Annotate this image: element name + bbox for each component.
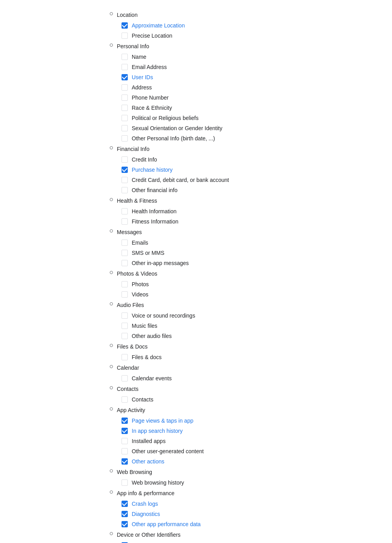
checkbox-web-browsing-history[interactable] [122,479,128,486]
checkbox-purchase-history[interactable] [122,167,128,173]
checkbox-health-information[interactable] [122,208,128,214]
sub-item-files-docs-item: Files & docs [0,352,392,362]
category-bullet-icon [110,271,113,274]
sub-item-other-in-app: Other in-app messages [0,258,392,268]
label-purchase-history: Purchase history [132,166,172,174]
sub-item-credit-info: Credit Info [0,154,392,165]
sub-item-health-information: Health Information [0,206,392,216]
category-label-web-browsing: Web Browsing [117,468,152,476]
checkbox-in-app-search[interactable] [122,428,128,434]
category-bullet-icon [110,532,113,535]
checkbox-address[interactable] [122,84,128,91]
category-bullet-icon [110,198,113,201]
sub-item-other-personal: Other Personal Info (birth date, ...) [0,133,392,143]
checkbox-calendar-events[interactable] [122,375,128,381]
checkbox-installed-apps[interactable] [122,438,128,444]
category-web-browsing: Web Browsing [0,467,392,478]
checkbox-precise-location[interactable] [122,33,128,39]
sub-item-music-files: Music files [0,321,392,331]
sub-item-web-browsing-history: Web browsing history [0,478,392,488]
label-sms-mms: SMS or MMS [132,249,164,257]
category-label-personal-info: Personal Info [117,42,149,50]
sub-item-other-audio: Other audio files [0,331,392,341]
sub-item-videos: Videos [0,289,392,300]
checkbox-other-financial[interactable] [122,187,128,193]
sub-item-photos: Photos [0,279,392,289]
category-label-health-fitness: Health & Fitness [117,197,157,205]
sub-item-address: Address [0,82,392,93]
label-calendar-events: Calendar events [132,374,172,382]
category-health-fitness: Health & Fitness [0,195,392,206]
category-bullet-icon [110,344,113,347]
category-app-info-performance: App info & performance [0,488,392,499]
label-videos: Videos [132,291,149,298]
sub-item-calendar-events: Calendar events [0,373,392,383]
sub-item-crash-logs: Crash logs [0,499,392,509]
category-bullet-icon [110,229,113,232]
label-files-docs-item: Files & docs [132,353,162,361]
checkbox-credit-info[interactable] [122,156,128,163]
category-bullet-icon [110,490,113,494]
checkbox-files-docs-item[interactable] [122,354,128,360]
checkbox-sms-mms[interactable] [122,250,128,256]
checkbox-other-audio[interactable] [122,333,128,339]
checkbox-emails[interactable] [122,240,128,246]
checkbox-crash-logs[interactable] [122,501,128,507]
sub-item-other-user-content: Other user-generated content [0,446,392,456]
category-label-files-docs: Files & Docs [117,343,148,350]
label-web-browsing-history: Web browsing history [132,479,184,487]
checkbox-credit-card[interactable] [122,177,128,183]
checkbox-approximate-location[interactable] [122,22,128,29]
checkbox-voice-recordings[interactable] [122,312,128,319]
category-bullet-icon [110,365,113,368]
sub-item-other-financial: Other financial info [0,185,392,195]
checkbox-phone-number[interactable] [122,94,128,101]
label-user-ids: User IDs [132,73,153,81]
checkbox-other-app-performance[interactable] [122,521,128,527]
checkbox-other-actions[interactable] [122,458,128,465]
sub-item-phone-number: Phone Number [0,93,392,103]
sub-item-political-religious: Political or Religious beliefs [0,113,392,123]
sub-item-contacts-item: Contacts [0,394,392,405]
sub-item-in-app-search: In app search history [0,426,392,436]
checkbox-other-personal[interactable] [122,135,128,142]
sub-item-sms-mms: SMS or MMS [0,248,392,258]
checkbox-name[interactable] [122,54,128,60]
label-emails: Emails [132,239,148,247]
data-categories-list: LocationApproximate LocationPrecise Loca… [0,6,392,543]
label-photos: Photos [132,280,149,288]
label-other-personal: Other Personal Info (birth date, ...) [132,134,215,142]
sub-item-other-app-performance: Other app performance data [0,519,392,529]
checkbox-diagnostics[interactable] [122,511,128,517]
checkbox-other-user-content[interactable] [122,448,128,454]
label-diagnostics: Diagnostics [132,510,160,518]
checkbox-race-ethnicity[interactable] [122,105,128,111]
label-other-in-app: Other in-app messages [132,259,189,267]
sub-item-installed-apps: Installed apps [0,436,392,446]
label-fitness-information: Fitness Information [132,218,178,225]
checkbox-other-in-app[interactable] [122,260,128,266]
label-race-ethnicity: Race & Ethnicity [132,104,172,112]
checkbox-fitness-information[interactable] [122,218,128,225]
checkbox-user-ids[interactable] [122,74,128,80]
category-audio-files: Audio Files [0,300,392,311]
category-app-activity: App Activity [0,405,392,416]
label-health-information: Health Information [132,207,176,215]
checkbox-videos[interactable] [122,291,128,298]
category-bullet-icon [110,386,113,389]
checkbox-page-views[interactable] [122,418,128,424]
label-other-financial: Other financial info [132,186,178,194]
category-bullet-icon [110,407,113,410]
checkbox-contacts-item[interactable] [122,396,128,403]
checkbox-email-address[interactable] [122,64,128,70]
label-device-identifiers-item: Device or other identifiers [132,541,194,543]
label-other-user-content: Other user-generated content [132,447,204,455]
checkbox-political-religious[interactable] [122,115,128,121]
checkbox-sexual-orientation[interactable] [122,125,128,131]
category-label-photos-videos: Photos & Videos [117,270,157,278]
label-installed-apps: Installed apps [132,437,165,445]
checkbox-photos[interactable] [122,281,128,287]
label-credit-info: Credit Info [132,156,157,163]
checkbox-music-files[interactable] [122,323,128,329]
sub-item-credit-card: Credit Card, debit card, or bank account [0,175,392,185]
